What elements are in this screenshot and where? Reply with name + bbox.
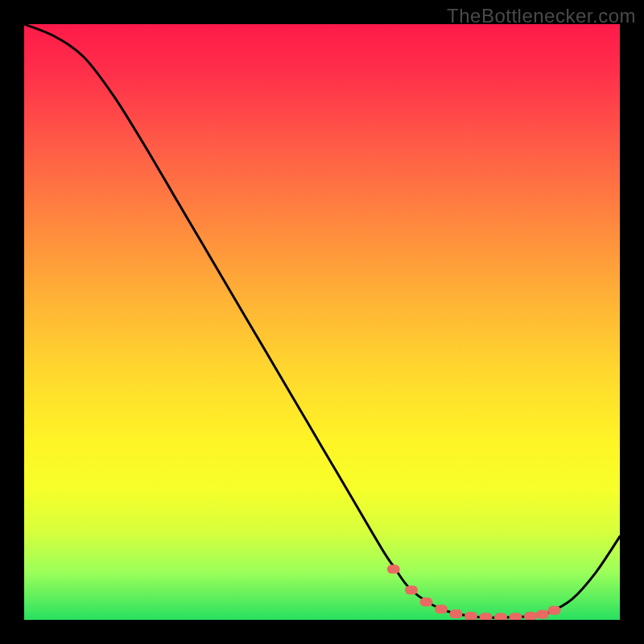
curve-marker <box>480 613 493 620</box>
curve-marker <box>494 613 507 620</box>
plot-area <box>24 24 620 620</box>
curve-marker <box>524 612 537 620</box>
curve-marker <box>420 597 433 606</box>
chart-stage: TheBottlenecker.com <box>0 0 644 644</box>
curve-layer <box>24 24 620 620</box>
bottleneck-curve <box>24 24 620 617</box>
watermark-text: TheBottlenecker.com <box>447 5 636 27</box>
curve-markers <box>387 565 561 620</box>
curve-marker <box>405 586 418 595</box>
curve-marker <box>536 610 549 619</box>
curve-marker <box>387 565 400 574</box>
curve-marker <box>450 609 463 618</box>
curve-marker <box>548 606 561 615</box>
curve-marker <box>510 613 522 620</box>
curve-marker <box>435 605 448 613</box>
curve-marker <box>464 612 477 620</box>
